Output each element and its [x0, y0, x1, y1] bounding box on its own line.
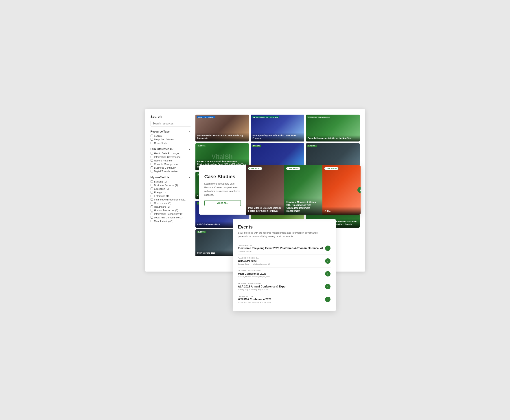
cb-legal[interactable]: [151, 216, 153, 219]
chevron-up-icon: ▲: [189, 130, 191, 133]
event-info-3: SEATTLE, WASHINGTON MER Conference 2023 …: [238, 270, 270, 278]
event-arrow-3[interactable]: ›: [325, 271, 330, 277]
cb-finance[interactable]: [151, 198, 153, 201]
cb-banking[interactable]: [151, 180, 153, 183]
search-input[interactable]: [151, 121, 191, 127]
cb-healthcare[interactable]: [151, 205, 153, 208]
resource-card-3[interactable]: RECORDS MANAGEMENT Records Management Gu…: [306, 115, 360, 142]
event-date-3: Monday, May 22-Tuesday, May 23, 2023: [238, 276, 270, 278]
resource-card-2[interactable]: INFORMATION GOVERNANCE Future-proofing Y…: [251, 115, 304, 142]
cb-energy[interactable]: [151, 191, 153, 194]
event-info-2: RANCHO MIRAGE, CA CHACON 2023 Sunday, Ju…: [238, 257, 270, 265]
view-all-button[interactable]: VIEW ALL: [204, 200, 241, 206]
event-location-3: SEATTLE, WASHINGTON: [238, 270, 270, 272]
cs-title-3: A Ti...: [325, 210, 358, 212]
resource-card-1[interactable]: DATA PROTECTION Data Protection: How to …: [195, 115, 249, 142]
chevron-up-icon-3: ▲: [189, 176, 191, 179]
event-name-1: Electronic Recycling Event 2023 VitalShr…: [238, 247, 324, 250]
checkbox-events[interactable]: [151, 135, 153, 137]
event-location-4: SEATTLE, WASHINGTON: [238, 283, 286, 285]
card-tag-5: EVENTS: [252, 145, 261, 147]
cb-infotech[interactable]: [151, 213, 153, 215]
card-title-2: Future-proofing Your Information Governa…: [252, 134, 303, 140]
event-info-4: SEATTLE, WASHINGTON ALA 2023 Annual Conf…: [238, 283, 286, 291]
case-studies-desc: Learn more about how Vital Records Contr…: [204, 182, 241, 197]
card-title-3: Records Management Guide for the New Yea…: [308, 137, 358, 140]
event-location-2: RANCHO MIRAGE, CA: [238, 257, 270, 259]
role-options: Banking (1) Business Services (1) Educat…: [151, 180, 191, 222]
event-name-2: CHACON 2023: [238, 259, 270, 262]
label-case-study: Case Study: [154, 142, 167, 144]
case-studies-title: Case Studies: [204, 174, 241, 180]
cb-digital[interactable]: [151, 170, 153, 172]
card-tag-13: EVENTS: [197, 231, 206, 233]
resource-type-filter: Resource Type: ▲ Events Blogs And Articl…: [151, 130, 191, 144]
checkbox-blogs[interactable]: [151, 138, 153, 141]
cb-infogov[interactable]: [151, 156, 153, 158]
cs-overlay-2: Edwards, Mooney, & Moses: 94% Time Savin…: [284, 198, 322, 215]
card-tag-1: DATA PROTECTION: [197, 116, 215, 118]
cs-title-2: Edwards, Mooney, & Moses: 94% Time Savin…: [287, 201, 320, 212]
event-location-1: FLORENCE, AL: [238, 244, 324, 246]
events-popup: Events Stay informed with the records ma…: [233, 219, 336, 311]
cs-overlay-1: Paul Mitchell Ohio Schools: 3x Faster In…: [246, 204, 284, 215]
event-name-3: MER Conference 2023: [238, 272, 270, 275]
interest-options: Health Data Exchange Information Governa…: [151, 152, 191, 173]
event-arrow-2[interactable]: ›: [325, 258, 330, 264]
cs-tag-2: CASE STUDY: [286, 167, 300, 170]
card-title-1: Data Protection: How to Protect Your Har…: [197, 134, 247, 140]
event-date-4: Sunday, May 7-Tuesday, May 9, 2023: [238, 289, 286, 291]
case-study-card-1[interactable]: CASE STUDY Paul Mitchell Ohio Schools: 3…: [246, 165, 284, 215]
card-tag-3: RECORDS MANAGEMENT: [307, 116, 331, 118]
event-item-1: FLORENCE, AL Electronic Recycling Event …: [238, 242, 330, 255]
checkbox-case-study[interactable]: [151, 142, 153, 144]
event-arrow-1[interactable]: ›: [325, 246, 330, 251]
event-info-1: FLORENCE, AL Electronic Recycling Event …: [238, 244, 324, 252]
event-arrow-5[interactable]: ›: [325, 297, 330, 302]
filter-item-case-study: Case Study: [151, 142, 191, 144]
cb-business-services[interactable]: [151, 184, 153, 186]
cb-manufacturing[interactable]: [151, 220, 153, 222]
page-wrapper: Search Resource Type: ▲ Events Blogs And…: [145, 109, 365, 311]
cs-overlay-3: A Ti...: [322, 207, 361, 215]
cb-hr[interactable]: [151, 209, 153, 211]
sidebar: Search Resource Type: ▲ Events Blogs And…: [151, 115, 191, 266]
event-item-3: SEATTLE, WASHINGTON MER Conference 2023 …: [238, 268, 330, 280]
events-popup-title: Events: [238, 225, 330, 230]
cs-title-1: Paul Mitchell Ohio Schools: 3x Faster In…: [248, 207, 282, 212]
event-info-5: LYNNWOOD, WA WSHIMA Conference 2023 Frid…: [238, 295, 272, 303]
cb-enterprise[interactable]: [151, 195, 153, 197]
case-study-card-2[interactable]: CASE STUDY Edwards, Mooney, & Moses: 94%…: [284, 165, 322, 215]
cs-tag-1: CASE STUDY: [248, 167, 262, 170]
role-header[interactable]: My role/field is: ▲: [151, 176, 191, 179]
event-item-5: LYNNWOOD, WA WSHIMA Conference 2023 Frid…: [238, 293, 330, 306]
event-date-1: Saturday June 10: [238, 250, 324, 252]
case-studies-info: Case Studies Learn more about how Vital …: [199, 165, 246, 215]
cb-health[interactable]: [151, 152, 153, 155]
card-overlay-1: Data Protection: How to Protect Your Har…: [195, 133, 249, 141]
sidebar-title: Search: [151, 115, 191, 118]
event-date-2: Sunday, June 4 — Wednesday, June 14: [238, 263, 270, 265]
card-overlay-2: Future-proofing Your Information Governa…: [251, 133, 304, 141]
event-date-5: Friday, April 28 – Saturday, April 29, 2…: [238, 301, 272, 303]
event-name-5: WSHIMA Conference 2023: [238, 298, 272, 301]
case-studies-cards: CASE STUDY Paul Mitchell Ohio Schools: 3…: [246, 165, 361, 215]
cb-education[interactable]: [151, 188, 153, 190]
cb-continuity[interactable]: [151, 166, 153, 169]
event-arrow-4[interactable]: ›: [325, 284, 330, 289]
interest-filter: I am interested in: ▲ Health Data Exchan…: [151, 148, 191, 173]
case-study-card-3[interactable]: CASE STUDY A Ti...: [322, 165, 361, 215]
cb-government[interactable]: [151, 202, 153, 204]
interest-header[interactable]: I am interested in: ▲: [151, 148, 191, 151]
case-studies-popup: Case Studies Learn more about how Vital …: [199, 165, 361, 215]
resource-type-header[interactable]: Resource Type: ▲: [151, 130, 191, 133]
event-item-4: SEATTLE, WASHINGTON ALA 2023 Annual Conf…: [238, 280, 330, 293]
filter-item-events: Events: [151, 135, 191, 137]
event-location-5: LYNNWOOD, WA: [238, 295, 272, 297]
label-events: Events: [154, 135, 162, 137]
cb-records[interactable]: [151, 163, 153, 165]
card-tag-2: INFORMATION GOVERNANCE: [252, 116, 279, 118]
resource-type-options: Events Blogs And Articles Case Study: [151, 135, 191, 144]
cb-retention[interactable]: [151, 159, 153, 162]
filter-item-blogs: Blogs And Articles: [151, 138, 191, 141]
